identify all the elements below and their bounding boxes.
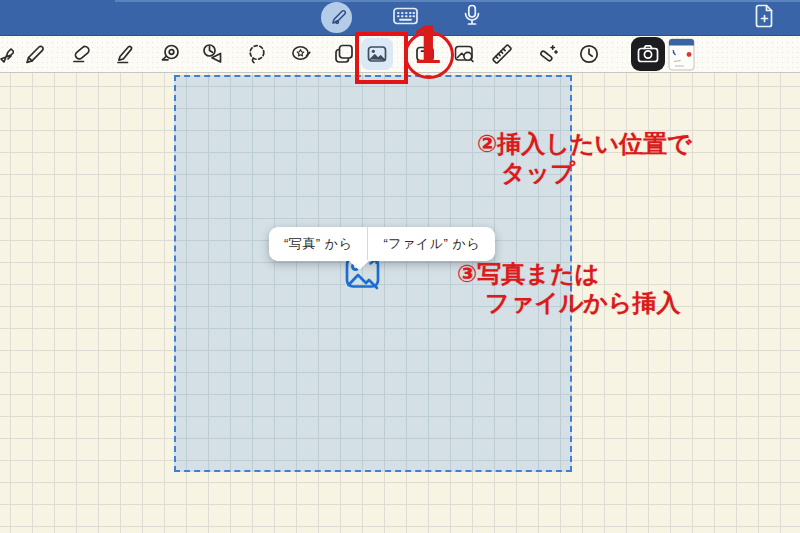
shapes-icon bbox=[200, 41, 226, 67]
microphone-icon bbox=[460, 3, 484, 33]
pen-mode-button[interactable] bbox=[321, 2, 352, 33]
pointer-icon bbox=[534, 41, 560, 67]
annotation-step2-line2: タップ bbox=[501, 158, 692, 187]
annotation-step1-number: 1 bbox=[410, 20, 442, 72]
tool-pencil[interactable] bbox=[19, 38, 51, 70]
pen-icon bbox=[326, 5, 348, 31]
camera-button[interactable] bbox=[631, 37, 665, 71]
navbar-accent-line bbox=[115, 0, 800, 2]
lasso-icon bbox=[244, 41, 270, 67]
photo-search-icon bbox=[451, 41, 477, 67]
page-thumbnail-icon bbox=[668, 38, 695, 71]
microphone-button[interactable] bbox=[460, 5, 484, 31]
annotation-step2-line1: ②挿入したい位置で bbox=[477, 129, 692, 158]
eraser-icon bbox=[69, 41, 95, 67]
insert-source-popup: “写真” から “ファイル” から bbox=[269, 227, 495, 261]
sticky-notes-icon bbox=[331, 41, 357, 67]
add-page-icon bbox=[752, 3, 776, 33]
tool-pointer[interactable] bbox=[531, 38, 563, 70]
tool-ruler[interactable] bbox=[486, 38, 518, 70]
top-navbar bbox=[0, 0, 800, 36]
annotation-step3-line1: ③写真または bbox=[457, 259, 680, 288]
tool-highlighter[interactable] bbox=[110, 38, 142, 70]
popup-option-photos[interactable]: “写真” から bbox=[269, 227, 367, 261]
annotation-step3-line2: ファイルから挿入 bbox=[485, 288, 680, 317]
page-thumbnail-button[interactable] bbox=[667, 37, 695, 71]
sticker-icon bbox=[288, 41, 314, 67]
tool-eraser[interactable] bbox=[66, 38, 98, 70]
popup-option-files[interactable]: “ファイル” から bbox=[368, 227, 495, 261]
tool-shapes[interactable] bbox=[197, 38, 229, 70]
add-page-button[interactable] bbox=[751, 5, 777, 31]
tool-lasso[interactable] bbox=[241, 38, 273, 70]
tool-sticker[interactable] bbox=[285, 38, 317, 70]
highlighter-icon bbox=[113, 41, 139, 67]
tool-tape[interactable] bbox=[154, 38, 186, 70]
pencil-icon bbox=[22, 41, 48, 67]
tool-fountain-pen[interactable] bbox=[0, 38, 17, 70]
annotation-step3: ③写真または ファイルから挿入 bbox=[457, 259, 680, 317]
clock-icon bbox=[576, 41, 602, 67]
camera-icon bbox=[635, 41, 661, 67]
app-window: “写真” から “ファイル” から 1 ②挿入したい位置で タップ ③写真または… bbox=[0, 0, 800, 533]
annotation-step2: ②挿入したい位置で タップ bbox=[477, 129, 692, 187]
tape-icon bbox=[157, 41, 183, 67]
ruler-icon bbox=[489, 41, 515, 67]
tool-timer[interactable] bbox=[573, 38, 605, 70]
popup-tail bbox=[348, 260, 370, 270]
fountain-pen-icon bbox=[0, 41, 14, 67]
annotation-highlight-box bbox=[355, 32, 408, 84]
